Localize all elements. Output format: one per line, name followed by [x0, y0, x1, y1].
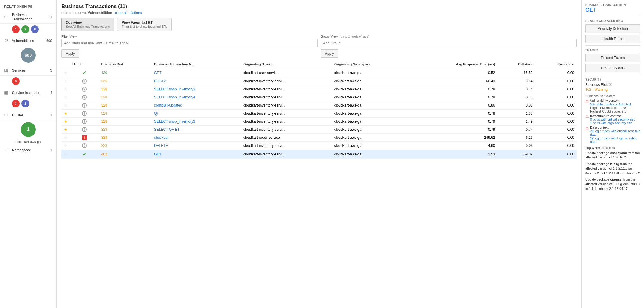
risk-link[interactable]: 328 — [101, 127, 107, 132]
page-subtitle: related to some Vulnerabilities clear al… — [61, 11, 577, 15]
group-view-group: Group View (up to 2 levels of tags) — [321, 35, 577, 47]
overview-button[interactable]: Overview See All Business Transactions — [61, 18, 114, 31]
data-context-item: ⚠ Data context 21 log entries with criti… — [585, 126, 640, 144]
risk-link[interactable]: 328 — [101, 119, 107, 124]
star-icon[interactable]: ☆ — [64, 152, 68, 157]
sidebar-item-service-instances[interactable]: ▣ Service Instances 4 — [0, 88, 56, 98]
health-cell: ? — [70, 118, 99, 126]
bt-name-cell: SELECT shop_inventory3 — [152, 118, 241, 126]
table-row[interactable]: ☆ ! 328 checkout cloudkart-order-service… — [61, 134, 577, 142]
service-cell: cloudkart-inventory-servi... — [241, 110, 332, 118]
service-cell: cloudkart-order-service — [241, 134, 332, 142]
sidebar-item-namespace[interactable]: ↔ Namespace 1 — [0, 145, 56, 155]
vuln-badge: 600 — [21, 48, 36, 63]
clear-relations-link[interactable]: clear all relations — [115, 11, 142, 15]
business-transactions-icon: ⊙ — [4, 14, 10, 20]
rp-traces-label: TRACES — [585, 49, 640, 52]
vulnerability-context-item: ⚠ Vulnerability context 587 Vulnerabilit… — [585, 99, 640, 113]
avg-resp-cell: 2.53 — [412, 150, 498, 159]
bt-name-link[interactable]: GET — [154, 71, 162, 75]
health-rules-button[interactable]: Health Rules — [585, 35, 640, 43]
group-view-sublabel: (up to 2 levels of tags) — [340, 35, 369, 38]
bt-name-link[interactable]: checkout — [154, 135, 168, 140]
bt-name-link[interactable]: configBT-updated — [154, 103, 182, 107]
risk-link[interactable]: 328 — [101, 111, 107, 115]
sidebar-item-label: Services — [12, 68, 49, 73]
namespace-cell: cloudkart-aws-ga — [332, 118, 412, 126]
bt-name-link[interactable]: SELECT shop_inventory4 — [154, 95, 195, 99]
vulnerabilities-link[interactable]: 587 Vulnerabilities Detected — [590, 102, 631, 106]
sidebar-item-label: Cluster — [12, 113, 49, 117]
sidebar-item-cluster[interactable]: ⚙ Cluster 1 — [0, 110, 56, 120]
star-icon[interactable]: ☆ — [64, 135, 68, 140]
data-link-2[interactable]: 12 log entries with high sensitive data — [590, 136, 637, 144]
table-row[interactable]: ☆ ✔ 130 GET cloudkart-user-service cloud… — [61, 68, 577, 77]
table-row[interactable]: ★ ? 328 SELECT shop_inventory3 cloudkart… — [61, 118, 577, 126]
avg-resp-cell: 0.79 — [412, 93, 498, 101]
bt-name-link[interactable]: POST2 — [154, 79, 166, 83]
star-icon[interactable]: ★ — [64, 127, 68, 132]
data-link-1[interactable]: 21 log entries with critical sensitive d… — [590, 129, 640, 136]
group-view-input[interactable] — [321, 39, 577, 47]
avg-resp-cell: 0.78 — [412, 110, 498, 118]
calls-cell: 0.74 — [497, 85, 535, 93]
star-icon[interactable]: ★ — [64, 111, 68, 116]
table-row[interactable]: ☆ ? 328 configBT-updated cloudkart-inven… — [61, 101, 577, 110]
star-icon[interactable]: ☆ — [64, 70, 68, 75]
related-spans-button[interactable]: Related Spans — [585, 64, 640, 72]
calls-cell: 0.74 — [497, 126, 535, 134]
bt-name-link[interactable]: QF — [154, 111, 159, 115]
namespace-cell: cloudkart-aws-ga — [332, 93, 412, 101]
table-row[interactable]: ★ ? 328 SELECT QF BT cloudkart-inventory… — [61, 126, 577, 134]
health-cell: ! — [70, 134, 99, 142]
data-warning-icon: ⚠ — [585, 126, 589, 144]
health-critical-icon: ! — [82, 135, 87, 140]
risk-link[interactable]: 335 — [101, 79, 107, 83]
sidebar-item-vulnerabilities[interactable]: ⏱ Vulnerabilities 600 — [0, 36, 56, 46]
group-apply-button[interactable]: Apply — [321, 49, 338, 58]
vuln-warning-icon: ⚠ — [585, 99, 589, 113]
bt-name-link[interactable]: SELECT shop_inventory3 — [154, 119, 195, 124]
star-icon[interactable]: ★ — [64, 119, 68, 124]
bt-name-cell: POST2 — [152, 77, 241, 85]
star-icon[interactable]: ☆ — [64, 103, 68, 108]
table-row[interactable]: ☆ ? 335 POST2 cloudkart-inventory-servi.… — [61, 77, 577, 85]
bt-badges: 1 2 8 — [0, 24, 56, 36]
filter-apply-button[interactable]: Apply — [61, 49, 79, 58]
risk-link[interactable]: 328 — [101, 103, 107, 107]
table-row[interactable]: ☆ ? 328 SELECT shop_inventory4 cloudkart… — [61, 93, 577, 101]
favorited-bt-button[interactable]: View Favorited BT Filter List to show fa… — [117, 18, 171, 31]
star-cell: ☆ — [61, 150, 70, 159]
infra-link-2[interactable]: 1 pods with high security risk — [590, 121, 632, 125]
bt-name-link[interactable]: GET — [154, 152, 162, 156]
table-row[interactable]: ☆ ? 328 SELECT shop_inventory3 cloudkart… — [61, 85, 577, 93]
table-row[interactable]: ☆ ? 328 DELETE cloudkart-inventory-servi… — [61, 142, 577, 150]
table-row[interactable]: ★ ? 328 QF cloudkart-inventory-servi... … — [61, 110, 577, 118]
risk-link[interactable]: 328 — [101, 135, 107, 140]
sidebar-item-services[interactable]: ▦ Services 3 — [0, 66, 56, 76]
star-icon[interactable]: ☆ — [64, 79, 68, 84]
rp-business-risk-text: Business Risk — [585, 83, 608, 87]
risk-link[interactable]: 130 — [101, 71, 107, 75]
services-badges: 3 — [0, 76, 56, 88]
infra-link-1[interactable]: 0 pods with critical security risk — [590, 118, 635, 121]
risk-link[interactable]: 328 — [101, 95, 107, 99]
related-traces-button[interactable]: Related Traces — [585, 54, 640, 62]
sidebar-item-count: 3 — [50, 68, 52, 73]
table-row[interactable]: ☆ ✔ 402 GET cloudkart-inventory-servi...… — [61, 150, 577, 159]
risk-link[interactable]: 402 — [101, 152, 107, 156]
bt-name-link[interactable]: DELETE — [154, 144, 168, 148]
infra-context-item: ⚠ Infrastructure context 0 pods with cri… — [585, 114, 640, 125]
bt-name-link[interactable]: SELECT shop_inventory3 — [154, 87, 195, 91]
star-icon[interactable]: ☆ — [64, 87, 68, 92]
rp-health-label: HEALTH AND ALERTING — [585, 19, 640, 23]
bt-name-link[interactable]: SELECT QF BT — [154, 127, 179, 132]
errors-cell: 0.00 — [535, 150, 577, 159]
star-icon[interactable]: ☆ — [64, 95, 68, 100]
risk-link[interactable]: 328 — [101, 144, 107, 148]
sidebar-item-business-transactions[interactable]: ⊙ Business Transactions 11 — [0, 11, 56, 24]
risk-link[interactable]: 328 — [101, 87, 107, 91]
anomaly-detection-button[interactable]: Anomaly Detection — [585, 24, 640, 33]
filter-view-input[interactable] — [61, 39, 318, 47]
star-icon[interactable]: ☆ — [64, 143, 68, 148]
